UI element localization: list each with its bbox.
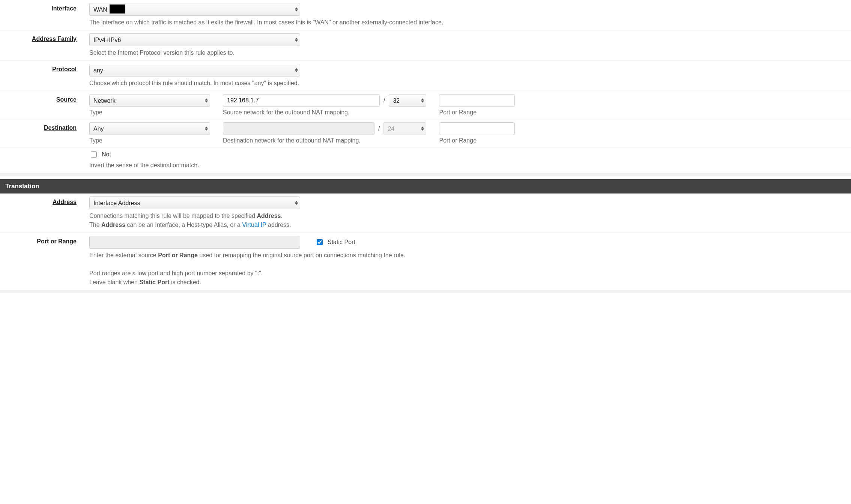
address-family-help: Select the Internet Protocol version thi…	[89, 48, 845, 57]
translation-port-input	[89, 236, 300, 249]
destination-port-sublabel: Port or Range	[439, 137, 515, 144]
source-port-sublabel: Port or Range	[439, 109, 515, 116]
source-label: Source	[56, 96, 77, 103]
destination-network-help: Destination network for the outbound NAT…	[223, 137, 426, 144]
source-network-input[interactable]	[223, 94, 380, 107]
destination-mask-select: 24	[383, 122, 426, 135]
interface-help: The interface on which traffic is matche…	[89, 18, 845, 27]
translation-port-help: Enter the external source Port or Range …	[89, 251, 845, 287]
destination-type-sublabel: Type	[89, 137, 210, 144]
static-port-label: Static Port	[328, 239, 355, 246]
row-not: Not Invert the sense of the destination …	[0, 147, 851, 173]
translation-address-label: Address	[53, 199, 77, 205]
destination-label: Destination	[44, 124, 77, 131]
slash-separator: /	[380, 94, 389, 107]
source-type-sublabel: Type	[89, 109, 210, 116]
redacted-block	[110, 4, 125, 14]
destination-port-input[interactable]	[439, 122, 515, 135]
translation-section-header: Translation	[0, 179, 851, 194]
row-translation-address: Address Interface Address Connections ma…	[0, 194, 851, 233]
translation-port-label: Port or Range	[37, 238, 77, 244]
destination-type-select[interactable]: Any	[89, 122, 210, 135]
row-address-family: Address Family IPv4+IPv6 Select the Inte…	[0, 30, 851, 61]
protocol-help: Choose which protocol this rule should m…	[89, 79, 845, 88]
row-interface: Interface WAN The interface on which tra…	[0, 0, 851, 30]
address-family-select[interactable]: IPv4+IPv6	[89, 33, 300, 46]
translation-address-help: Connections matching this rule will be m…	[89, 212, 845, 230]
protocol-select[interactable]: any	[89, 64, 300, 76]
source-port-input[interactable]	[439, 94, 515, 107]
slash-separator: /	[374, 122, 383, 135]
source-type-select[interactable]: Network	[89, 94, 210, 107]
row-protocol: Protocol any Choose which protocol this …	[0, 61, 851, 91]
address-family-label: Address Family	[32, 36, 77, 42]
not-help: Invert the sense of the destination matc…	[89, 161, 845, 170]
interface-label: Interface	[51, 5, 77, 12]
section-gap	[0, 173, 851, 176]
row-translation-port: Port or Range Static Port Enter the exte…	[0, 233, 851, 290]
section-gap	[0, 290, 851, 293]
row-source: Source Network Type /	[0, 91, 851, 119]
translation-address-select[interactable]: Interface Address	[89, 196, 300, 209]
protocol-label: Protocol	[52, 66, 77, 72]
virtual-ip-link[interactable]: Virtual IP	[242, 222, 266, 228]
source-network-help: Source network for the outbound NAT mapp…	[223, 109, 426, 116]
static-port-checkbox[interactable]	[317, 239, 323, 245]
row-destination: Destination Any Type /	[0, 119, 851, 147]
source-mask-select[interactable]: 32	[389, 94, 426, 107]
not-checkbox[interactable]	[91, 152, 97, 158]
not-checkbox-label: Not	[102, 151, 111, 158]
destination-network-input	[223, 122, 374, 135]
